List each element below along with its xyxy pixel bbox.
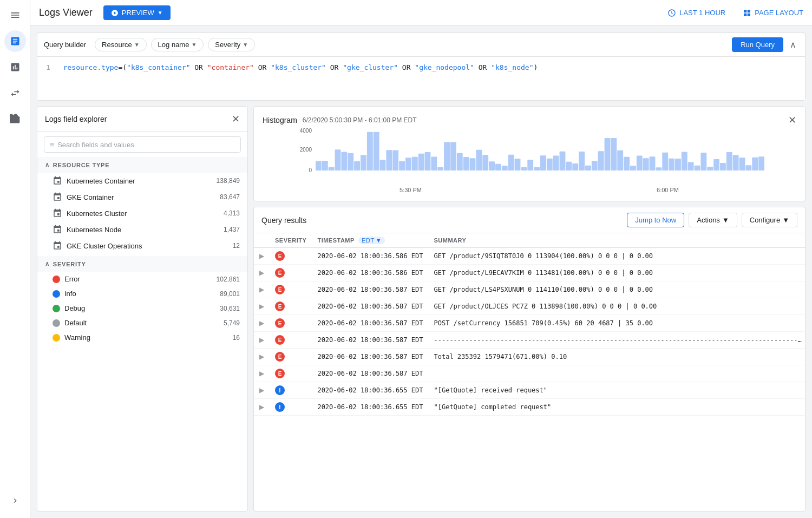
table-row[interactable]: ▶ E 2020-06-02 18:00:36.587 EDT --------…: [254, 332, 805, 349]
actions-button[interactable]: Actions ▼: [689, 213, 737, 227]
sidebar-icon-trace[interactable]: [4, 82, 26, 104]
row-timestamp: 2020-06-02 18:00:36.655 EDT: [312, 382, 428, 399]
field-explorer-title: Logs field explorer: [45, 115, 232, 123]
svg-rect-33: [527, 160, 533, 171]
svg-rect-43: [592, 161, 598, 171]
histogram-label-530: 5:30 PM: [400, 187, 422, 193]
svg-rect-37: [553, 156, 559, 171]
histogram-header: Histogram 6/2/2020 5:00:30 PM - 6:01:00 …: [263, 114, 796, 126]
row-summary: GET /product/LS4PSXUNUM 0 114110(100.00%…: [428, 281, 805, 298]
svg-rect-2: [329, 167, 335, 171]
sidebar-icon-menu[interactable]: [4, 4, 26, 26]
histogram-close-button[interactable]: ✕: [788, 114, 796, 126]
resource-items-list: Kubernetes Container 138,849 GKE Contain…: [37, 173, 247, 254]
row-expand[interactable]: ▶: [254, 248, 270, 265]
table-row[interactable]: ▶ E 2020-06-02 18:00:36.587 EDT POST /se…: [254, 315, 805, 332]
resource-item[interactable]: GKE Cluster Operations 12: [37, 238, 247, 254]
severity-item[interactable]: Error 102,861: [37, 272, 247, 286]
table-row[interactable]: ▶ E 2020-06-02 18:00:36.587 EDT Total 23…: [254, 349, 805, 365]
run-query-button[interactable]: Run Query: [732, 37, 783, 52]
resource-item[interactable]: GKE Container 83,647: [37, 189, 247, 205]
severity-item[interactable]: Debug 30,631: [37, 301, 247, 316]
table-row[interactable]: ▶ I 2020-06-02 18:00:36.655 EDT "[GetQuo…: [254, 382, 805, 399]
svg-rect-5: [348, 153, 353, 171]
row-expand[interactable]: ▶: [254, 399, 270, 416]
resource-item[interactable]: Kubernetes Container 138,849: [37, 173, 247, 189]
svg-rect-67: [745, 165, 751, 171]
row-severity: E: [270, 315, 312, 332]
severity-item[interactable]: Default 5,749: [37, 316, 247, 330]
severity-filter[interactable]: Severity ▼: [208, 38, 255, 51]
svg-rect-4: [341, 152, 347, 171]
query-editor[interactable]: 1 resource.type=("k8s_container" OR "con…: [37, 57, 805, 100]
severity-item[interactable]: Info 89,001: [37, 286, 247, 301]
col-timestamp-header[interactable]: TIMESTAMP EDT ▼: [312, 233, 428, 248]
svg-rect-14: [405, 158, 411, 171]
table-row[interactable]: ▶ E 2020-06-02 18:00:36.586 EDT GET /pro…: [254, 265, 805, 281]
line-number: 1: [46, 63, 50, 71]
preview-button[interactable]: PREVIEW ▼: [103, 5, 171, 20]
severity-section-label: SEVERITY: [53, 261, 86, 267]
preview-label: PREVIEW: [122, 9, 154, 17]
row-expand[interactable]: ▶: [254, 298, 270, 315]
svg-rect-63: [720, 163, 726, 171]
results-title: Query results: [261, 216, 623, 225]
row-expand[interactable]: ▶: [254, 382, 270, 399]
results-table: SEVERITY TIMESTAMP EDT ▼ SUMMARY: [254, 233, 805, 416]
col-severity-header: SEVERITY: [270, 233, 312, 248]
sidebar-icon-logs[interactable]: [4, 30, 26, 52]
table-row[interactable]: ▶ E 2020-06-02 18:00:36.587 EDT GET /pro…: [254, 298, 805, 315]
row-expand[interactable]: ▶: [254, 349, 270, 365]
jump-to-now-button[interactable]: Jump to Now: [627, 213, 684, 227]
svg-rect-60: [700, 153, 706, 171]
table-row[interactable]: ▶ E 2020-06-02 18:00:36.586 EDT GET /pro…: [254, 248, 805, 265]
field-explorer-close-button[interactable]: ✕: [232, 113, 240, 125]
row-summary: GET /product/L9ECAV7KIM 0 113481(100.00%…: [428, 265, 805, 281]
resource-filter[interactable]: Resource ▼: [95, 38, 147, 51]
edt-badge[interactable]: EDT ▼: [358, 237, 385, 244]
svg-rect-6: [354, 161, 360, 171]
svg-rect-52: [650, 156, 656, 171]
table-row[interactable]: ▶ I 2020-06-02 18:00:36.655 EDT "[GetQuo…: [254, 399, 805, 416]
collapse-query-button[interactable]: ∧: [788, 37, 798, 52]
row-expand[interactable]: ▶: [254, 332, 270, 349]
svg-rect-39: [566, 162, 572, 171]
configure-arrow: ▼: [782, 216, 789, 224]
sidebar-icon-storage[interactable]: [4, 108, 26, 130]
row-summary: ----------------------------------------…: [428, 332, 805, 349]
page-layout-button[interactable]: PAGE LAYOUT: [743, 9, 803, 17]
severity-section-header[interactable]: ∧ SEVERITY: [37, 256, 247, 272]
svg-rect-57: [682, 152, 687, 171]
resource-item[interactable]: Kubernetes Node 1,437: [37, 221, 247, 238]
severity-item[interactable]: Warning 16: [37, 330, 247, 345]
row-expand[interactable]: ▶: [254, 265, 270, 281]
configure-button[interactable]: Configure ▼: [742, 213, 797, 227]
sidebar-expand-button[interactable]: [4, 490, 26, 512]
resource-type-section-header[interactable]: ∧ RESOURCE TYPE: [37, 157, 247, 173]
results-table-body: ▶ E 2020-06-02 18:00:36.586 EDT GET /pro…: [254, 248, 805, 416]
svg-rect-34: [534, 167, 540, 171]
row-timestamp: 2020-06-02 18:00:36.587 EDT: [312, 349, 428, 365]
histogram-svg: 400020000: [263, 127, 796, 176]
sidebar-icon-metrics[interactable]: [4, 56, 26, 78]
row-timestamp: 2020-06-02 18:00:36.587 EDT: [312, 315, 428, 332]
field-explorer-panel: Logs field explorer ✕ ≡ ∧ RESOURCE TYPE …: [37, 106, 248, 512]
resource-item[interactable]: Kubernetes Cluster 4,313: [37, 205, 247, 221]
last-hour-button[interactable]: LAST 1 HOUR: [667, 9, 725, 17]
field-search-input[interactable]: [57, 141, 235, 149]
row-expand[interactable]: ▶: [254, 365, 270, 382]
col-summary-header: SUMMARY: [428, 233, 805, 248]
table-row[interactable]: ▶ E 2020-06-02 18:00:36.587 EDT: [254, 365, 805, 382]
row-expand[interactable]: ▶: [254, 315, 270, 332]
histogram-range: 6/2/2020 5:00:30 PM - 6:01:00 PM EDT: [303, 116, 417, 124]
query-toolbar: Query builder Resource ▼ Log name ▼ Seve…: [37, 33, 805, 57]
histogram-chart: 400020000: [263, 132, 796, 186]
svg-rect-48: [624, 157, 630, 171]
logname-filter[interactable]: Log name ▼: [151, 38, 204, 51]
svg-rect-46: [611, 138, 617, 171]
svg-rect-38: [560, 152, 566, 171]
table-row[interactable]: ▶ E 2020-06-02 18:00:36.587 EDT GET /pro…: [254, 281, 805, 298]
logname-filter-arrow: ▼: [191, 42, 197, 48]
row-expand[interactable]: ▶: [254, 281, 270, 298]
svg-rect-20: [444, 142, 450, 171]
